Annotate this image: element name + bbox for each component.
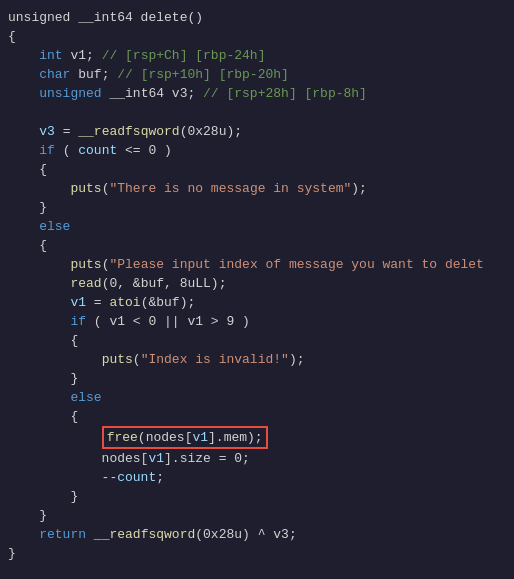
line-nodes-size: nodes[v1].size = 0;: [0, 449, 514, 468]
token: v3: [39, 122, 55, 141]
token: [8, 217, 39, 236]
token: {: [8, 407, 78, 426]
token: <= 0 ): [117, 141, 172, 160]
token: count: [117, 468, 156, 487]
token: {: [8, 27, 16, 46]
line-if-count: if ( count <= 0 ): [0, 141, 514, 160]
line-blank1: [0, 103, 514, 122]
token: (: [102, 255, 110, 274]
line-read: read(0, &buf, 8uLL);: [0, 274, 514, 293]
line-close5: }: [0, 487, 514, 506]
token: unsigned __int64 delete(): [8, 8, 203, 27]
token: [8, 122, 39, 141]
token: [8, 388, 70, 407]
line-puts1: puts("There is no message in system");: [0, 179, 514, 198]
token: v1;: [63, 46, 102, 65]
token: v1: [192, 430, 208, 445]
token: else: [70, 388, 101, 407]
token: {: [8, 331, 78, 350]
token: nodes[: [8, 449, 148, 468]
token: [8, 141, 39, 160]
token: count: [78, 141, 117, 160]
token: ;: [156, 468, 164, 487]
token: "There is no message in system": [109, 179, 351, 198]
token: [8, 350, 102, 369]
token: [8, 293, 70, 312]
token: unsigned: [39, 84, 101, 103]
token: }: [8, 544, 16, 563]
token: --: [8, 468, 117, 487]
token: [8, 312, 70, 331]
line-puts3: puts("Index is invalid!");: [0, 350, 514, 369]
token: ].size = 0;: [164, 449, 250, 468]
token: char: [39, 65, 70, 84]
line-open1: {: [0, 27, 514, 46]
token: =: [86, 293, 109, 312]
line-close1: }: [0, 544, 514, 563]
token: __int64 v3;: [102, 84, 203, 103]
token: (0x28u) ^ v3;: [195, 525, 296, 544]
token: =: [55, 122, 78, 141]
line-v3assign: v3 = __readfsqword(0x28u);: [0, 122, 514, 141]
token: // [rsp+28h] [rbp-8h]: [203, 84, 367, 103]
token: free: [107, 430, 138, 445]
indent-span: [8, 428, 102, 447]
token: __readfsqword: [94, 525, 195, 544]
line-close4: }: [0, 369, 514, 388]
line-free: free(nodes[v1].mem);: [0, 426, 514, 449]
token: {: [8, 236, 47, 255]
line-v1assign: v1 = atoi(&buf);: [0, 293, 514, 312]
token: // [rsp+10h] [rbp-20h]: [117, 65, 289, 84]
token: "Please input index of message you want …: [109, 255, 483, 274]
line-return: return __readfsqword(0x28u) ^ v3;: [0, 525, 514, 544]
line-open3: {: [0, 236, 514, 255]
token: return: [39, 525, 86, 544]
token: puts: [102, 350, 133, 369]
line-puts2: puts("Please input index of message you …: [0, 255, 514, 274]
code-container: unsigned __int64 delete(){ int v1; // [r…: [0, 0, 514, 579]
line-open5: {: [0, 407, 514, 426]
highlight-free-call: free(nodes[v1].mem);: [102, 426, 268, 449]
token: }: [8, 369, 78, 388]
token: atoi: [109, 293, 140, 312]
token: (&buf);: [141, 293, 196, 312]
line-else2: else: [0, 388, 514, 407]
token: (nodes[: [138, 430, 193, 445]
token: if: [39, 141, 55, 160]
token: }: [8, 198, 47, 217]
token: (0, &buf, 8uLL);: [102, 274, 227, 293]
token: [8, 46, 39, 65]
token: }: [8, 506, 47, 525]
token: // [rsp+Ch] [rbp-24h]: [102, 46, 266, 65]
line-open4: {: [0, 331, 514, 350]
token: (: [55, 141, 78, 160]
token: [8, 65, 39, 84]
token: [8, 274, 70, 293]
token: else: [39, 217, 70, 236]
line-if-v1: if ( v1 < 0 || v1 > 9 ): [0, 312, 514, 331]
token: );: [289, 350, 305, 369]
token: ].mem);: [208, 430, 263, 445]
token: puts: [70, 179, 101, 198]
token: (0x28u);: [180, 122, 242, 141]
token: "Index is invalid!": [141, 350, 289, 369]
line-buf: char buf; // [rsp+10h] [rbp-20h]: [0, 65, 514, 84]
token: [8, 179, 70, 198]
line-close2: }: [0, 198, 514, 217]
token: [8, 525, 39, 544]
token: read: [70, 274, 101, 293]
token: ( v1 < 0 || v1 > 9 ): [86, 312, 250, 331]
token: puts: [70, 255, 101, 274]
token: v1: [70, 293, 86, 312]
line-open2: {: [0, 160, 514, 179]
line-count: --count;: [0, 468, 514, 487]
token: [8, 255, 70, 274]
token: );: [351, 179, 367, 198]
line-v1: int v1; // [rsp+Ch] [rbp-24h]: [0, 46, 514, 65]
token: if: [70, 312, 86, 331]
token: int: [39, 46, 62, 65]
token: v1: [148, 449, 164, 468]
line-else1: else: [0, 217, 514, 236]
token: }: [8, 487, 78, 506]
line-v3: unsigned __int64 v3; // [rsp+28h] [rbp-8…: [0, 84, 514, 103]
